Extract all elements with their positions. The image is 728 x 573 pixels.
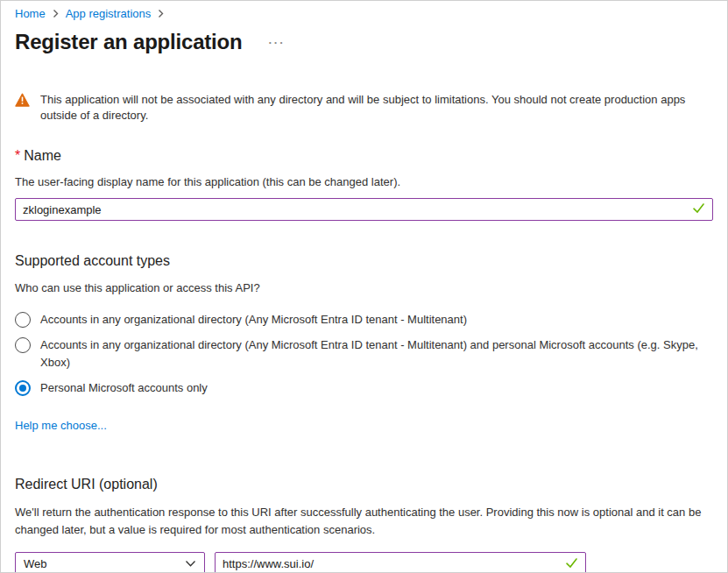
warning-banner: This application will not be associated … [15,92,713,123]
radio-option-label: Accounts in any organizational directory… [40,311,467,329]
radio-option-label: Personal Microsoft accounts only [40,379,208,397]
app-name-input[interactable] [15,198,713,221]
radio-unselected-icon[interactable] [15,312,31,328]
warning-text: This application will not be associated … [40,92,713,123]
breadcrumb-app-registrations-link[interactable]: App registrations [66,7,152,20]
radio-option-label: Accounts in any organizational directory… [40,336,704,371]
redirect-uri-description: We'll return the authentication response… [15,504,713,539]
name-label: *Name [15,148,713,164]
redirect-uri-heading: Redirect URI (optional) [15,477,713,492]
breadcrumb-chevron-icon [157,9,165,18]
name-section: *Name The user-facing display name for t… [15,148,713,221]
redirect-uri-section: Redirect URI (optional) We'll return the… [15,477,713,573]
account-types-question: Who can use this application or access t… [15,281,713,294]
help-me-choose-link[interactable]: Help me choose... [15,419,107,432]
platform-select-value: Web [24,557,47,570]
radio-unselected-icon[interactable] [15,337,31,353]
radio-option-multitenant-personal[interactable]: Accounts in any organizational directory… [15,336,713,371]
breadcrumb-home-link[interactable]: Home [15,7,46,20]
breadcrumb: Home App registrations [15,1,713,20]
more-options-ellipsis-icon[interactable]: ··· [268,36,285,49]
breadcrumb-chevron-icon [52,9,60,18]
supported-account-types-section: Supported account types Who can use this… [15,253,713,433]
radio-option-personal-only[interactable]: Personal Microsoft accounts only [15,379,713,397]
warning-triangle-icon [15,93,30,110]
chevron-down-icon [185,557,196,570]
radio-selected-icon[interactable] [15,380,31,396]
name-description: The user-facing display name for this ap… [15,175,713,188]
supported-account-types-heading: Supported account types [15,253,713,269]
platform-select[interactable]: Web [15,552,205,573]
required-asterisk: * [15,148,20,163]
redirect-uri-input[interactable] [215,552,586,573]
account-type-radio-group: Accounts in any organizational directory… [15,311,713,397]
radio-option-multitenant[interactable]: Accounts in any organizational directory… [15,311,713,329]
page-title: Register an application [15,30,242,54]
